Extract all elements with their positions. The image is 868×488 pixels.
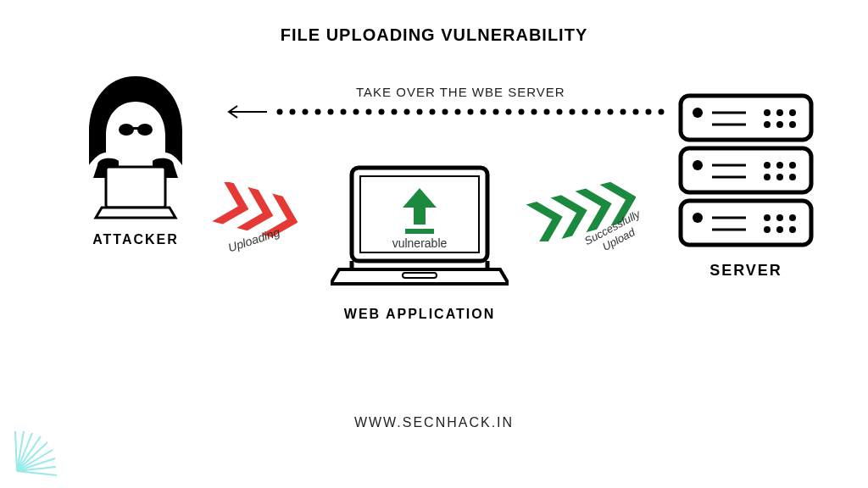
svg-point-3	[303, 109, 309, 115]
svg-point-8	[366, 109, 372, 115]
svg-point-33	[119, 124, 134, 136]
svg-rect-39	[405, 229, 434, 234]
svg-point-65	[776, 226, 783, 233]
svg-point-56	[789, 162, 796, 169]
svg-point-11	[404, 109, 410, 115]
diagram-title: FILE UPLOADING VULNERABILITY	[281, 25, 587, 45]
svg-point-31	[659, 109, 665, 115]
svg-point-18	[493, 109, 499, 115]
svg-point-16	[468, 109, 474, 115]
svg-point-48	[776, 109, 783, 116]
svg-point-26	[595, 109, 601, 115]
svg-point-1	[277, 109, 283, 115]
laptop-icon: vulnerable	[331, 285, 509, 299]
svg-point-57	[764, 174, 771, 180]
svg-point-27	[608, 109, 614, 115]
svg-rect-35	[132, 127, 139, 130]
svg-point-58	[776, 174, 783, 180]
svg-point-24	[570, 109, 576, 115]
svg-point-59	[789, 174, 796, 180]
svg-point-54	[764, 162, 771, 169]
vulnerable-text: vulnerable	[392, 236, 448, 250]
svg-point-46	[693, 108, 703, 118]
svg-line-79	[15, 431, 17, 471]
server-label: SERVER	[670, 262, 822, 280]
attacker-label: ATTACKER	[68, 232, 203, 247]
svg-point-25	[582, 109, 588, 115]
svg-point-22	[544, 109, 550, 115]
attacker-icon	[72, 213, 199, 227]
svg-point-32	[112, 106, 159, 160]
svg-point-20	[519, 109, 525, 115]
svg-point-5	[328, 109, 334, 115]
svg-point-17	[481, 109, 487, 115]
svg-point-64	[764, 226, 771, 233]
svg-point-62	[776, 214, 783, 221]
svg-point-4	[315, 109, 321, 115]
svg-point-55	[776, 162, 783, 169]
svg-point-28	[620, 109, 626, 115]
svg-point-66	[789, 226, 796, 233]
takeover-arrow	[212, 103, 670, 120]
attacker-node: ATTACKER	[68, 72, 203, 247]
svg-rect-45	[681, 201, 811, 245]
corner-decoration-icon	[0, 429, 59, 488]
svg-point-53	[693, 160, 703, 170]
svg-point-9	[379, 109, 385, 115]
svg-rect-42	[403, 273, 437, 278]
svg-point-14	[442, 109, 448, 115]
svg-point-30	[646, 109, 652, 115]
svg-point-34	[137, 124, 153, 136]
svg-rect-36	[106, 167, 165, 208]
svg-point-51	[776, 121, 783, 128]
svg-point-10	[392, 109, 398, 115]
webapp-label: WEB APPLICATION	[322, 307, 517, 322]
svg-point-15	[455, 109, 461, 115]
server-rack-icon	[674, 242, 818, 257]
svg-point-13	[430, 109, 436, 115]
server-node: SERVER	[670, 89, 822, 280]
footer-url: WWW.SECNHACK.IN	[354, 415, 514, 430]
svg-point-52	[789, 121, 796, 128]
svg-point-63	[789, 214, 796, 221]
takeover-text: TAKE OVER THE WBE SERVER	[356, 85, 565, 99]
webapp-node: vulnerable WEB APPLICATION	[322, 161, 517, 322]
svg-point-60	[693, 213, 703, 223]
svg-point-19	[506, 109, 512, 115]
svg-line-81	[17, 471, 57, 475]
svg-point-2	[290, 109, 296, 115]
svg-rect-43	[681, 96, 811, 140]
svg-point-47	[764, 109, 771, 116]
svg-point-49	[789, 109, 796, 116]
svg-point-50	[764, 121, 771, 128]
svg-point-12	[417, 109, 423, 115]
svg-rect-44	[681, 148, 811, 192]
svg-point-61	[764, 214, 771, 221]
svg-point-23	[557, 109, 563, 115]
svg-point-21	[531, 109, 537, 115]
svg-point-7	[353, 109, 359, 115]
svg-point-6	[341, 109, 347, 115]
svg-point-29	[633, 109, 639, 115]
